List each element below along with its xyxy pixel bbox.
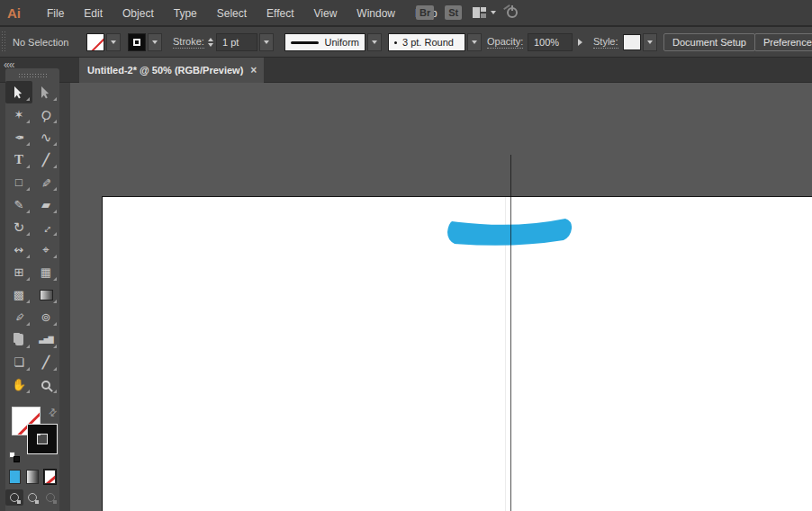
control-bar-grip[interactable] [1,31,5,53]
style-label[interactable]: Style: [593,36,618,49]
preferences-button[interactable]: Preferences [754,33,812,51]
line-icon: ╱ [42,153,50,166]
opacity-label[interactable]: Opacity: [487,36,523,49]
hand-tool[interactable]: ✋ [5,373,32,396]
perspective-grid-tool[interactable]: ▦ [32,261,59,283]
style-dropdown[interactable] [643,33,657,51]
menu-type[interactable]: Type [164,3,207,24]
gradient-tool[interactable] [32,283,59,306]
shape-builder-tool[interactable]: ⊞ [5,261,32,283]
paintbrush-tool[interactable]: ✐ [32,171,59,193]
fill-swatch[interactable] [86,33,104,51]
opacity-expand-arrow[interactable] [578,39,586,46]
color-button[interactable] [9,470,21,484]
direct-selection-icon [41,86,51,99]
workspace: «« Untitled-2* @ 50% (RGB/Preview) × ✶Ϙ✒… [0,58,812,511]
uniform-profile-icon [291,41,319,44]
menu-effect[interactable]: Effect [257,3,303,24]
mesh-tool[interactable]: ▩ [5,283,32,306]
curvature-tool[interactable]: ∿ [32,126,59,148]
gradient-button[interactable] [26,470,38,484]
stroke-swatch[interactable] [128,33,146,51]
color-mode-buttons [5,464,59,486]
magic-wand-tool[interactable]: ✶ [5,103,32,126]
drawing-mode-buttons [5,489,59,506]
pencil-icon: ✎ [14,198,24,211]
zoom-tool[interactable] [32,373,59,396]
width-tool[interactable]: ↭ [5,238,32,261]
direct-selection-tool[interactable] [32,81,59,103]
control-bar: No Selection Stroke: 1 pt Uniform 3 p [0,27,812,58]
width-profile-combo[interactable]: Uniform [284,33,365,51]
pen-icon: ✒ [14,130,24,144]
rectangle-tool[interactable]: □ [5,171,32,193]
stroke-weight-field[interactable]: 1 pt [216,33,257,51]
stroke-dropdown-button[interactable] [148,33,162,51]
tab-close-icon[interactable]: × [250,64,257,76]
opacity-field[interactable]: 100% [528,33,573,51]
artboard-icon: ❏ [14,355,24,369]
perspective-grid-icon: ▦ [41,265,51,279]
workspace-layout-icon [473,7,486,18]
pen-tool[interactable]: ✒ [5,126,32,148]
document-setup-button[interactable]: Document Setup [663,33,755,51]
selection-icon [14,86,24,99]
artboard-tool[interactable]: ❏ [5,351,32,373]
eyedropper-tool[interactable]: ✑ [5,306,32,328]
stock-button[interactable]: St [445,5,462,20]
stroke-panel-link[interactable]: Stroke: [173,36,204,49]
menu-select[interactable]: Select [207,3,257,24]
column-graph-tool[interactable]: ▃▅▇ [32,328,59,351]
selection-status: No Selection [13,37,68,48]
tools-panel: ✶Ϙ✒∿T╱□✐✎▰↻↔↭⌖⊞▦▩✑⊚▃▅▇❏╱✋ ⇄ [5,68,59,511]
puppet-warp-tool[interactable]: ⌖ [32,238,59,261]
menu-file[interactable]: File [37,3,74,24]
chevron-down-icon [491,11,496,17]
scale-tool[interactable]: ↔ [32,216,59,238]
none-button[interactable] [44,470,56,484]
stroke-weight-dropdown[interactable] [259,33,274,51]
lasso-tool[interactable]: Ϙ [32,103,59,126]
default-fill-stroke-icon[interactable] [9,452,20,462]
column-graph-icon: ▃▅▇ [39,336,52,344]
tools-grid: ✶Ϙ✒∿T╱□✐✎▰↻↔↭⌖⊞▦▩✑⊚▃▅▇❏╱✋ [5,81,59,396]
stroke-weight-stepper[interactable] [208,35,213,49]
draw-behind-button[interactable] [23,489,41,506]
canvas-pasteboard[interactable] [70,83,812,511]
style-swatch[interactable] [623,34,641,50]
blend-tool[interactable]: ⊚ [32,306,59,328]
menu-window[interactable]: Window [347,3,405,24]
document-tab[interactable]: Untitled-2* @ 50% (RGB/Preview) × [79,58,264,83]
eraser-tool[interactable]: ▰ [32,193,59,216]
launch-power-icon[interactable] [507,7,518,18]
draw-normal-button[interactable] [5,489,23,506]
width-icon: ↭ [14,243,24,256]
type-tool[interactable]: T [5,148,32,171]
selection-tool[interactable] [5,81,32,103]
bridge-button[interactable]: Br [416,5,434,20]
menu-edit[interactable]: Edit [74,3,113,24]
menu-view[interactable]: View [304,3,347,24]
curvature-icon: ∿ [41,130,52,146]
fill-dropdown-button[interactable] [106,33,121,51]
swap-fill-stroke-icon[interactable]: ⇄ [46,406,60,420]
mesh-icon: ▩ [14,288,24,301]
line-tool[interactable]: ╱ [32,148,59,171]
slice-icon: ╱ [42,355,50,369]
slice-tool[interactable]: ╱ [32,351,59,373]
menu-object[interactable]: Object [113,3,164,24]
draw-inside-button[interactable] [41,489,59,506]
workspace-switcher[interactable] [473,7,496,18]
width-profile-dropdown[interactable] [367,33,382,51]
panel-grip-handle[interactable] [18,73,47,78]
gradient-icon [40,290,53,300]
stroke-color-indicator[interactable] [28,425,57,453]
vertical-path-line[interactable] [510,155,511,511]
blend-icon: ⊚ [41,310,51,324]
symbol-sprayer-tool[interactable] [5,328,32,351]
brush-combo[interactable]: 3 pt. Round [388,33,465,51]
brush-dropdown[interactable] [467,33,482,51]
pencil-tool[interactable]: ✎ [5,193,32,216]
shape-builder-icon: ⊞ [14,265,24,279]
rotate-tool[interactable]: ↻ [5,216,32,238]
